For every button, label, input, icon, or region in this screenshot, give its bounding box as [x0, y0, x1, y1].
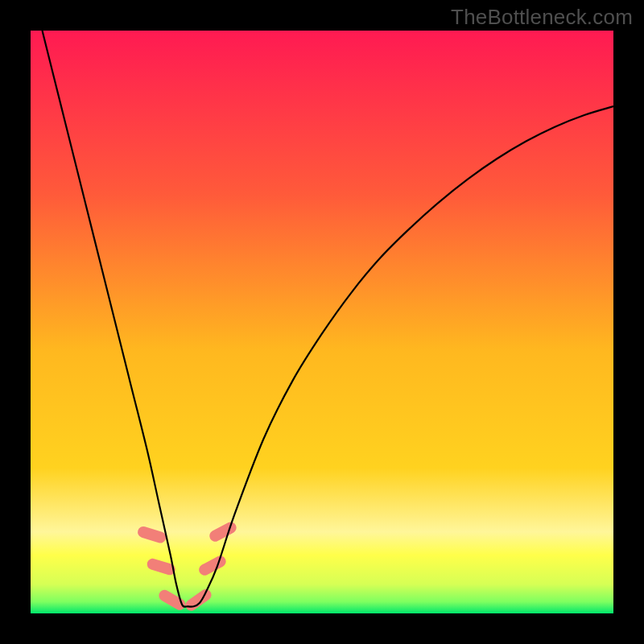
watermark-text: TheBottleneck.com — [451, 5, 633, 30]
gradient-background — [31, 31, 613, 613]
plot-svg — [31, 31, 613, 613]
chart-frame: TheBottleneck.com — [0, 0, 644, 644]
plot-area — [31, 31, 613, 613]
